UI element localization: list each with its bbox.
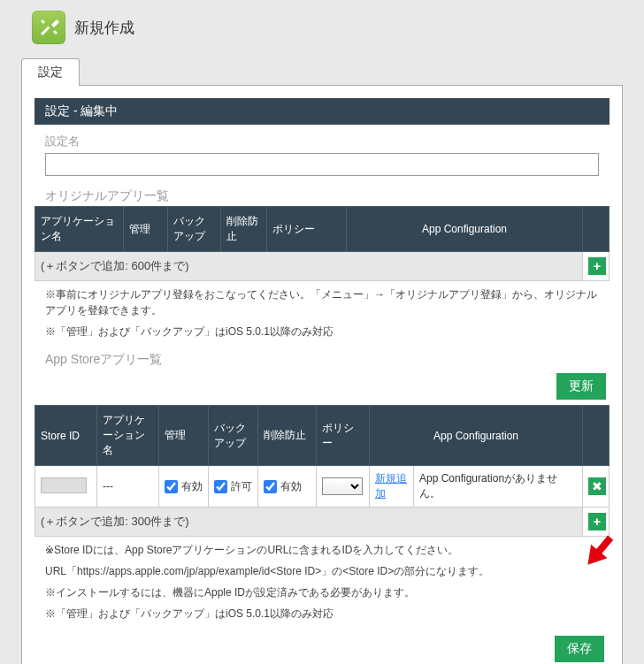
add-original-app-button[interactable]: + <box>588 257 606 275</box>
table-row: --- 有効 許可 有効 <box>35 466 610 508</box>
backup-label: 許可 <box>231 479 252 494</box>
store-note-1: ※Store IDには、App StoreアプリケーションのURLに含まれるID… <box>34 537 610 563</box>
app-name-cell: --- <box>97 466 159 508</box>
backup-checkbox[interactable]: 許可 <box>214 479 252 494</box>
delete-protect-checkbox[interactable]: 有効 <box>264 479 310 494</box>
remove-row-button[interactable]: ✖ <box>588 477 606 495</box>
tab-bar: 設定 <box>21 58 623 86</box>
add-store-app-button[interactable]: + <box>588 513 606 530</box>
original-apps-table: アプリケーション名 管理 バックアップ 削除防止 ポリシー App Config… <box>34 206 610 281</box>
app-config-cell: App Configurationがありません。 <box>414 466 583 508</box>
col-policy: ポリシー <box>317 406 370 466</box>
original-apps-title: オリジナルアプリ一覧 <box>34 181 610 206</box>
policy-select[interactable] <box>322 477 363 495</box>
settings-name-input[interactable] <box>45 153 599 176</box>
tab-settings[interactable]: 設定 <box>21 58 80 86</box>
section-title: 設定 - 編集中 <box>34 98 610 125</box>
update-button[interactable]: 更新 <box>556 373 606 400</box>
delete-check[interactable] <box>264 480 277 493</box>
page-title: 新規作成 <box>74 18 134 38</box>
manage-label: 有効 <box>181 479 203 494</box>
tools-icon <box>32 11 65 44</box>
col-backup: バックアップ <box>209 406 258 466</box>
store-note-3: ※インストールするには、機器にApple IDが設定済みである必要があります。 <box>34 584 610 606</box>
col-action <box>583 406 610 466</box>
settings-name-label: 設定名 <box>45 134 599 149</box>
col-store-id: Store ID <box>35 406 97 466</box>
store-note-4: ※「管理」および「バックアップ」はiOS 5.0.1以降のみ対応 <box>34 606 610 627</box>
store-apps-table: Store ID アプリケーション名 管理 バックアップ 削除防止 ポリシー A… <box>34 405 610 537</box>
store-add-hint: (＋ボタンで追加: 300件まで) <box>35 508 583 537</box>
settings-panel: 設定 - 編集中 設定名 オリジナルアプリ一覧 アプリケーション名 管理 バック… <box>21 85 623 664</box>
col-app-config: App Configuration <box>370 406 583 466</box>
save-button[interactable]: 保存 <box>555 636 604 662</box>
col-policy: ポリシー <box>267 207 347 252</box>
backup-check[interactable] <box>214 480 227 493</box>
col-manage: 管理 <box>124 207 168 252</box>
page-header: 新規作成 <box>0 0 644 51</box>
col-app-name: アプリケーション名 <box>35 207 124 252</box>
manage-check[interactable] <box>165 480 178 493</box>
store-apps-title: App Storeアプリ一覧 <box>34 345 610 370</box>
col-manage: 管理 <box>159 406 209 466</box>
col-app-config: App Configuration <box>347 207 583 252</box>
form-block: 設定名 <box>34 125 610 181</box>
manage-checkbox[interactable]: 有効 <box>165 479 203 494</box>
original-add-hint: (＋ボタンで追加: 600件まで) <box>35 252 583 281</box>
original-note-2: ※「管理」および「バックアップ」はiOS 5.0.1以降のみ対応 <box>34 324 610 345</box>
col-delete-protect: 削除防止 <box>221 207 267 252</box>
store-note-2: URL「https://apps.apple.com/jp/app/exampl… <box>34 563 610 584</box>
delete-label: 有効 <box>280 479 302 494</box>
original-note-1: ※事前にオリジナルアプリ登録をおこなってください。「メニュー」→「オリジナルアプ… <box>34 281 610 324</box>
col-backup: バックアップ <box>168 207 221 252</box>
store-id-thumb <box>41 477 87 493</box>
col-action <box>583 207 610 252</box>
add-new-link[interactable]: 新規追加 <box>375 472 407 500</box>
col-app-name: アプリケーション名 <box>97 406 159 466</box>
col-delete-protect: 削除防止 <box>258 406 317 466</box>
